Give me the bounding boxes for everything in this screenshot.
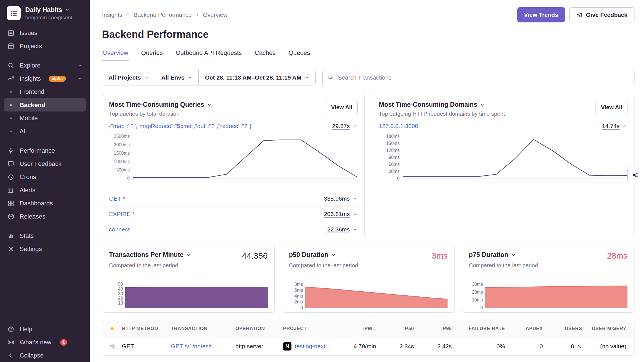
domain-duration-toggle[interactable]: 14.74s — [602, 123, 627, 129]
view-trends-button[interactable]: View Trends — [517, 7, 565, 22]
sidebar-item-ai[interactable]: AI — [4, 125, 86, 138]
p75-card-title-dropdown[interactable]: p75 Duration — [469, 251, 516, 259]
domains-panel: Most Time-Consuming Domains Top outgoing… — [372, 94, 634, 237]
sidebar-item-whats-new[interactable]: What's new 1 — [4, 336, 86, 349]
cell-project: N testing-nextj… — [283, 342, 339, 351]
chevron-down-icon — [188, 75, 192, 80]
query-duration-toggle[interactable]: 29.87s — [332, 123, 358, 129]
environment-filter[interactable]: All Envs — [155, 70, 199, 85]
sidebar-item-performance[interactable]: Performance — [4, 144, 86, 157]
tpm-chart: 5040302010 — [109, 284, 268, 308]
breadcrumb-overview: Overview — [203, 11, 228, 18]
sidebar-item-help[interactable]: Help — [4, 322, 86, 336]
sidebar-item-frontend[interactable]: Frontend — [4, 85, 86, 98]
queries-chart: 2500ms2000ms1500ms1000ms500ms0 — [102, 136, 364, 178]
transactions-table: HTTP METHOD TRANSACTION OPERATION PROJEC… — [102, 320, 634, 356]
queries-view-all-button[interactable]: View All — [326, 101, 358, 114]
query-row: EXPIRE * 206.81ms — [102, 206, 364, 222]
domains-panel-title-dropdown[interactable]: Most Time-Consuming Domains — [379, 101, 505, 108]
sidebar-item-insights[interactable]: Insights alpha — [4, 72, 86, 85]
tab-queues[interactable]: Queues — [288, 49, 311, 61]
header-operation[interactable]: OPERATION — [235, 326, 283, 331]
cell-p95: 2.42s — [422, 343, 460, 350]
issues-icon — [7, 29, 15, 37]
date-range-filter[interactable]: Oct 28, 11:13 AM–Oct 28, 11:19 AM — [198, 70, 315, 85]
header-tpm-sorted[interactable]: TPM ↓ — [339, 326, 384, 331]
domains-chart: 180ms150ms120ms90ms60ms30ms0 — [372, 136, 634, 178]
bullet-icon — [7, 104, 15, 106]
sidebar-item-dashboards[interactable]: Dashboards — [4, 197, 86, 210]
sidebar-item-issues[interactable]: Issues — [4, 26, 86, 40]
header-http-method[interactable]: HTTP METHOD — [122, 326, 171, 331]
sidebar-item-projects[interactable]: Projects — [4, 40, 86, 53]
header-project[interactable]: PROJECT — [283, 326, 339, 331]
give-feedback-button[interactable]: Give Feedback — [569, 7, 634, 22]
sidebar-collapse-button[interactable]: Collapse — [4, 349, 86, 362]
chart-plot — [403, 136, 627, 178]
sidebar-item-releases[interactable]: Releases — [4, 210, 86, 223]
chevron-down-icon — [77, 63, 82, 68]
query-row: connect 22.36ms — [102, 222, 364, 237]
query-link[interactable]: EXPIRE * — [109, 211, 135, 217]
query-row: GET * 335.96ms — [102, 191, 364, 206]
sidebar-item-crons[interactable]: Crons — [4, 170, 86, 184]
megaphone-icon — [576, 12, 583, 18]
header-user-misery[interactable]: USER MISERY — [590, 326, 634, 331]
query-duration-toggle[interactable]: 335.96ms — [324, 195, 358, 202]
sidebar-item-backend[interactable]: Backend — [4, 98, 86, 112]
page-title: Backend Performance — [102, 29, 634, 40]
chart-plot — [133, 136, 357, 178]
query-link[interactable]: GET * — [109, 195, 125, 202]
bullet-icon — [7, 117, 15, 119]
favorite-column-header[interactable] — [102, 326, 122, 332]
header-p50[interactable]: P50 — [384, 326, 422, 331]
breadcrumb: Insights Backend Performance Overview — [102, 11, 228, 18]
header-transaction[interactable]: TRANSACTION — [171, 326, 235, 331]
org-switcher[interactable]: Daily Habits benjamin.coe@sent… — [4, 5, 86, 26]
megaphone-icon — [633, 172, 639, 178]
queries-panel-title-dropdown[interactable]: Most Time-Consuming Queries — [109, 101, 212, 108]
sidebar-item-explore[interactable]: Explore — [4, 59, 86, 72]
query-duration-toggle[interactable]: 22.36ms — [327, 226, 358, 233]
sidebar-item-settings[interactable]: Settings — [4, 242, 86, 256]
sidebar-item-mobile[interactable]: Mobile — [4, 112, 86, 125]
header-p95[interactable]: P95 — [422, 326, 460, 331]
favorite-toggle[interactable] — [102, 343, 122, 349]
breadcrumb-insights[interactable]: Insights — [102, 11, 122, 18]
tab-overview[interactable]: Overview — [102, 49, 129, 61]
cell-failure-rate: 0% — [460, 343, 513, 350]
bullet-icon — [7, 91, 15, 93]
breadcrumb-backend-performance[interactable]: Backend Performance — [133, 11, 192, 18]
query-link[interactable]: connect — [109, 226, 130, 233]
domains-view-all-button[interactable]: View All — [596, 101, 627, 114]
feedback-float-button[interactable] — [627, 167, 644, 183]
search-icon — [7, 62, 15, 69]
p50-subtitle: Compared to the last period — [289, 262, 448, 269]
header-apdex[interactable]: APDEX — [513, 326, 551, 331]
tab-outbound-api-requests[interactable]: Outbound API Requests — [175, 49, 242, 61]
sidebar-item-stats[interactable]: Stats — [4, 229, 86, 242]
tpm-value: 44.356 — [242, 251, 268, 261]
org-logo-icon — [9, 8, 18, 18]
query-duration-toggle[interactable]: 206.81ms — [324, 211, 358, 217]
project-filter[interactable]: All Projects — [102, 70, 155, 85]
tpm-card-title-dropdown[interactable]: Transactions Per Minute — [109, 251, 191, 259]
p50-card-title-dropdown[interactable]: p50 Duration — [289, 251, 336, 259]
tab-queries[interactable]: Queries — [141, 49, 163, 61]
sidebar-item-alerts[interactable]: Alerts — [4, 184, 86, 197]
tab-caches[interactable]: Caches — [254, 49, 276, 61]
header-users[interactable]: USERS — [551, 326, 590, 331]
query-row-expanded: {"map":"?","mapReduce":"$cmd","out":"?",… — [102, 121, 364, 134]
search-input[interactable] — [337, 74, 629, 81]
queries-panel-subtitle: Top queries by total duration — [109, 111, 212, 117]
whats-new-badge: 1 — [60, 339, 67, 346]
query-link[interactable]: {"map":"?","mapReduce":"$cmd","out":"?",… — [109, 123, 251, 129]
header-failure-rate[interactable]: FAILURE RATE — [460, 326, 513, 331]
domain-link[interactable]: 127.0.0.1:3000 — [379, 123, 418, 129]
filter-bar: All Projects All Envs Oct 28, 11:13 AM–O… — [102, 70, 316, 85]
transaction-link[interactable]: GET /v1/notes/t… — [171, 343, 218, 350]
sidebar-item-user-feedback[interactable]: User Feedback — [4, 157, 86, 170]
chevron-down-icon — [186, 253, 191, 257]
project-link[interactable]: testing-nextj… — [295, 343, 332, 350]
grid-icon — [7, 200, 15, 207]
